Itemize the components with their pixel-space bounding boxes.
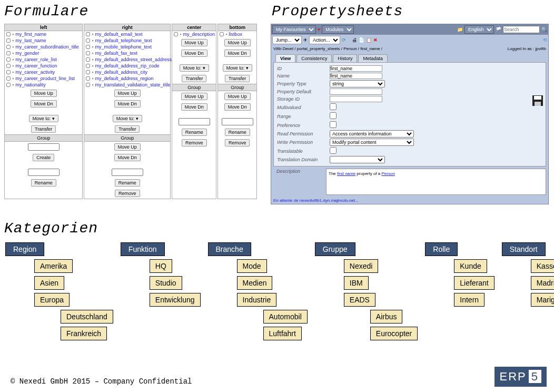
desc-link-person[interactable]: Person bbox=[382, 171, 395, 176]
transfer-button[interactable]: Transfer bbox=[225, 75, 250, 82]
lang-dropdown[interactable]: English bbox=[464, 25, 494, 34]
tab-metadata[interactable]: Metadata bbox=[358, 54, 388, 62]
form-item-link[interactable]: my_default_address_region bbox=[95, 76, 154, 81]
rename-button[interactable]: Rename bbox=[115, 179, 140, 187]
field-multivalued-checkbox[interactable] bbox=[330, 103, 337, 110]
form-item-checkbox[interactable] bbox=[6, 38, 11, 43]
form-item-link[interactable]: my_career_activity bbox=[15, 70, 55, 75]
form-item-checkbox[interactable] bbox=[174, 32, 178, 36]
form-item-link[interactable]: my_gender bbox=[15, 51, 39, 56]
form-item-link[interactable]: my_default_address_zip_code bbox=[95, 63, 160, 68]
save-icon[interactable] bbox=[531, 94, 544, 107]
movedn-button[interactable]: Move Dn bbox=[31, 100, 57, 107]
desc-link-firstname[interactable]: first name bbox=[337, 171, 355, 176]
form-item-checkbox[interactable] bbox=[6, 45, 11, 49]
rename-input[interactable] bbox=[28, 169, 60, 176]
sync-icon[interactable]: ⟲ bbox=[543, 37, 547, 43]
form-item-link[interactable]: my_translated_validation_state_title bbox=[95, 82, 171, 87]
form-item-checkbox[interactable] bbox=[86, 64, 90, 68]
movedn-button[interactable]: Move Dn bbox=[181, 103, 207, 111]
form-item-link[interactable]: my_description bbox=[183, 32, 215, 37]
group-name-input[interactable] bbox=[28, 143, 60, 151]
form-item-checkbox[interactable] bbox=[86, 70, 90, 74]
remove-button[interactable]: Remove bbox=[182, 139, 207, 146]
tab-view[interactable]: View bbox=[275, 54, 295, 62]
create-button[interactable]: Create bbox=[33, 154, 54, 161]
form-item-checkbox[interactable] bbox=[6, 70, 11, 74]
remove-button[interactable]: Remove bbox=[115, 190, 140, 197]
field-id-input[interactable] bbox=[330, 65, 382, 72]
form-item-link[interactable]: my_mobile_telephone_text bbox=[95, 44, 152, 50]
plane-icon[interactable]: ✈ bbox=[303, 37, 308, 43]
rename-input[interactable] bbox=[179, 118, 210, 125]
jump-dropdown[interactable]: Jump... bbox=[272, 36, 302, 44]
form-item-link[interactable]: my_nationality bbox=[15, 82, 46, 87]
copy-icon[interactable]: 📋 bbox=[366, 37, 372, 43]
refresh-icon[interactable]: ⟳ bbox=[342, 37, 346, 43]
field-writeperm-select[interactable]: Modify portal content bbox=[330, 139, 414, 146]
field-name-input[interactable] bbox=[330, 73, 382, 79]
modules-dropdown[interactable]: Modules bbox=[322, 25, 354, 34]
form-item-checkbox[interactable] bbox=[86, 51, 90, 55]
movedn-button[interactable]: Move Dn bbox=[224, 103, 251, 111]
rename-button[interactable]: Rename bbox=[182, 129, 207, 136]
moveup-button[interactable]: Move Up bbox=[224, 93, 251, 100]
form-item-link[interactable]: my_default_email_text bbox=[95, 32, 143, 37]
moveup-button[interactable]: Move Up bbox=[181, 39, 207, 46]
field-translatable-checkbox[interactable] bbox=[330, 147, 337, 154]
folder-icon[interactable]: 📁 bbox=[457, 27, 463, 32]
movedn-button[interactable]: Move Dn bbox=[181, 50, 207, 57]
moveto-button[interactable]: Move to: ▾ bbox=[113, 115, 142, 122]
remove-button[interactable]: Remove bbox=[225, 139, 250, 146]
form-item-checkbox[interactable] bbox=[6, 57, 11, 62]
transfer-button[interactable]: Transfer bbox=[182, 75, 206, 82]
breadcrumb-path[interactable]: Vifib Devel / portal_property_sheets / P… bbox=[273, 46, 382, 51]
print-icon[interactable]: 🖨 bbox=[352, 37, 357, 43]
rename-input[interactable] bbox=[112, 169, 143, 176]
search-input[interactable] bbox=[503, 26, 540, 33]
form-item-link[interactable]: listbox bbox=[229, 32, 243, 37]
tab-history[interactable]: History bbox=[333, 54, 357, 62]
field-transdomain-select[interactable] bbox=[330, 156, 385, 163]
field-preference-checkbox[interactable] bbox=[330, 121, 337, 128]
rename-button[interactable]: Rename bbox=[225, 129, 250, 136]
form-item-checkbox[interactable] bbox=[86, 76, 90, 81]
form-item-link[interactable]: my_first_name bbox=[15, 32, 46, 37]
form-item-checkbox[interactable] bbox=[6, 76, 11, 81]
form-item-checkbox[interactable] bbox=[6, 83, 11, 87]
moveup-button[interactable]: Move Up bbox=[114, 143, 141, 151]
form-item-link[interactable]: my_default_address_street_address bbox=[95, 57, 172, 62]
movedn-button[interactable]: Move Dn bbox=[114, 100, 141, 107]
form-item-checkbox[interactable] bbox=[6, 51, 11, 55]
field-proptype-select[interactable]: string bbox=[330, 80, 385, 87]
form-item-link[interactable]: my_career_subordination_title bbox=[15, 44, 79, 50]
moveup-button[interactable]: Move Up bbox=[114, 90, 141, 97]
form-item-link[interactable]: my_default_address_city bbox=[95, 70, 148, 75]
transfer-button[interactable]: Transfer bbox=[31, 125, 56, 133]
field-storageid-input[interactable] bbox=[330, 96, 382, 102]
moveup-button[interactable]: Move Up bbox=[224, 39, 251, 46]
moveto-button[interactable]: Move to: ▾ bbox=[180, 64, 209, 72]
form-item-checkbox[interactable] bbox=[86, 38, 90, 43]
favourites-dropdown[interactable]: My Favourites bbox=[272, 25, 316, 34]
field-range-checkbox[interactable] bbox=[330, 112, 337, 119]
form-item-checkbox[interactable] bbox=[6, 32, 11, 36]
field-readperm-select[interactable]: Access contents information bbox=[330, 130, 414, 138]
transfer-button[interactable]: Transfer bbox=[115, 125, 140, 133]
form-item-checkbox[interactable] bbox=[220, 32, 224, 36]
search-icon[interactable]: 🔍 bbox=[541, 27, 547, 32]
delete-icon[interactable]: ✖ bbox=[373, 37, 378, 43]
movedn-button[interactable]: Move Dn bbox=[224, 50, 251, 57]
description-box[interactable]: The first name property of a Person bbox=[326, 169, 546, 195]
form-item-link[interactable]: my_career_function bbox=[15, 63, 57, 68]
form-item-link[interactable]: my_default_telephone_text bbox=[95, 38, 152, 43]
moveup-button[interactable]: Move Up bbox=[31, 90, 57, 97]
tab-consistency[interactable]: Consistency bbox=[296, 54, 332, 62]
rename-input[interactable] bbox=[222, 118, 253, 125]
rename-button[interactable]: Rename bbox=[31, 179, 56, 187]
form-item-link[interactable]: my_last_name bbox=[15, 38, 46, 43]
form-item-link[interactable]: my_career_role_list bbox=[15, 57, 57, 62]
form-item-link[interactable]: my_career_product_line_list bbox=[15, 76, 75, 81]
moveto-button[interactable]: Move to: ▾ bbox=[223, 64, 252, 72]
form-item-link[interactable]: my_default_fax_text bbox=[95, 51, 138, 56]
